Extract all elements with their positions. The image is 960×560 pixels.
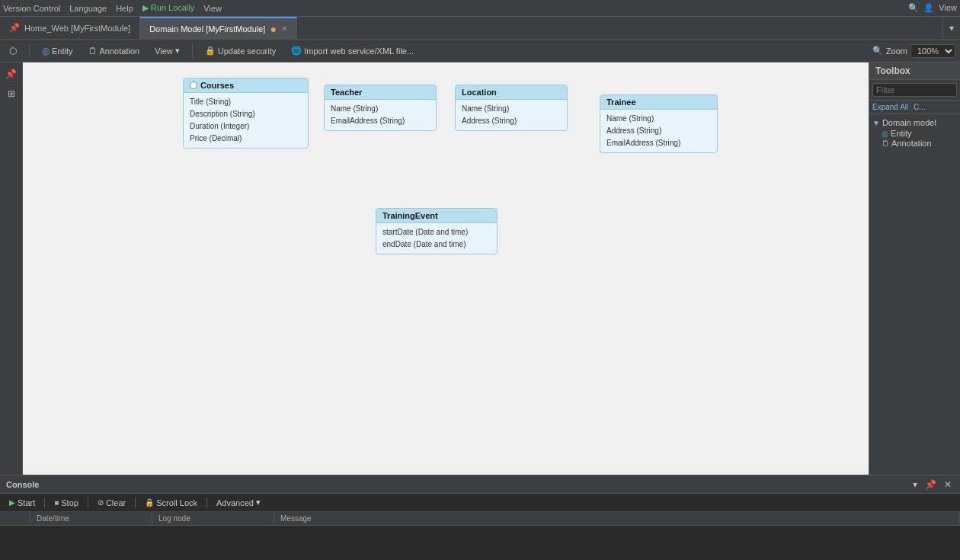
menu-view[interactable]: View: [203, 4, 222, 13]
scroll-lock-button[interactable]: 🔒 Scroll Lock: [142, 498, 200, 508]
annotation-button[interactable]: 🗒 Annotation: [84, 44, 145, 58]
console-pin-button[interactable]: 📌: [923, 478, 939, 491]
console-sep-2: [88, 498, 88, 508]
advanced-arrow-icon: ▾: [256, 498, 261, 507]
entity-courses-field-4: Price (Decimal): [190, 133, 302, 145]
entity-location[interactable]: Location Name (String) Address (String): [455, 85, 568, 131]
select-icon: ⬡: [9, 46, 17, 56]
menu-run-locally[interactable]: ▶ Run Locally: [142, 3, 195, 13]
menu-help[interactable]: Help: [116, 4, 133, 13]
tab-close-button[interactable]: ✕: [281, 24, 287, 33]
annotation-label: Annotation: [100, 46, 140, 56]
toolbar: ⬡ ◎ Entity 🗒 Annotation View ▾ 🔒 Update …: [0, 40, 960, 62]
chevron-down-icon: ▾: [949, 23, 954, 34]
console-table-body: [0, 526, 960, 549]
col-datetime: Date/time: [30, 514, 152, 523]
console-sep-1: [44, 498, 45, 508]
entity-teacher[interactable]: Teacher Name (String) EmailAddress (Stri…: [324, 85, 437, 131]
entity-trainingevent-field-1: startDate (Date and time): [382, 226, 491, 238]
expand-all-button[interactable]: Expand All: [872, 103, 908, 111]
toolbar-sep-1: [29, 44, 30, 58]
menu-username: View: [939, 3, 957, 13]
import-icon: 🌐: [291, 46, 302, 56]
entity-courses-body: Title (String) Description (String) Dura…: [184, 93, 308, 148]
entity-teacher-header: Teacher: [325, 85, 436, 100]
console-sep-3: [135, 498, 136, 508]
tab-bar: 📌 Home_Web [MyFirstModule] Domain Model …: [0, 17, 960, 40]
stop-icon: ■: [54, 498, 59, 507]
entity-trainingevent[interactable]: TrainingEvent startDate (Date and time) …: [376, 208, 498, 254]
start-button[interactable]: ▶ Start: [6, 498, 38, 508]
entity-trainee-field-2: Address (String): [606, 125, 711, 137]
toolbox-panel: Toolbox Expand All | C... ▼ Domain model…: [869, 62, 960, 475]
menu-user-icon[interactable]: 👤: [923, 3, 934, 13]
col-message: Message: [274, 514, 960, 523]
entity-courses-field-1: Title (String): [190, 96, 302, 108]
toolbox-actions: Expand All | C...: [869, 101, 960, 114]
view-button[interactable]: View ▾: [150, 44, 184, 57]
entity-trainee-name: Trainee: [606, 98, 636, 107]
toolbox-title: Toolbox: [869, 62, 960, 80]
tree-item-domain-model[interactable]: ▼ Domain model: [872, 117, 957, 128]
entity-courses-field-3: Duration (Integer): [190, 120, 302, 133]
entity-courses-name: Courses: [200, 81, 234, 90]
tab-home-web[interactable]: 📌 Home_Web [MyFirstModule]: [0, 17, 140, 39]
sidebar-pin-icon[interactable]: 📌: [3, 66, 20, 82]
left-sidebar: 📌 ⊞: [0, 62, 23, 475]
clear-icon: ⊘: [98, 498, 104, 507]
start-icon: ▶: [9, 498, 15, 507]
console-header: Console ▾ 📌 ✕: [0, 475, 960, 494]
entity-button[interactable]: ◎ Entity: [37, 44, 78, 58]
console-sep-4: [206, 498, 207, 508]
entity-trainee-header: Trainee: [600, 95, 717, 110]
entity-courses-header: Courses: [184, 78, 308, 93]
console-toolbar: ▶ Start ■ Stop ⊘ Clear 🔒 Scroll Lock Adv…: [0, 494, 960, 512]
select-tool-button[interactable]: ⬡: [5, 44, 21, 58]
menu-language[interactable]: Language: [69, 4, 107, 13]
canvas-area[interactable]: Courses Title (String) Description (Stri…: [23, 62, 869, 475]
zoom-label: Zoom: [886, 46, 907, 56]
console-minimize-button[interactable]: ▾: [910, 478, 920, 491]
stop-label: Stop: [61, 498, 78, 507]
menu-version-control[interactable]: Version Control: [3, 4, 60, 13]
zoom-select[interactable]: 50% 75% 100% 125% 150% 200%: [910, 44, 955, 58]
advanced-label: Advanced: [216, 498, 254, 507]
tab-dropdown[interactable]: ▾: [942, 17, 960, 39]
entity-trainingevent-header: TrainingEvent: [376, 209, 497, 223]
entity-courses-connector: [190, 82, 197, 89]
clear-button[interactable]: ⊘ Clear: [94, 498, 129, 508]
update-security-label: Update security: [218, 46, 276, 56]
update-security-button[interactable]: 🔒 Update security: [200, 44, 280, 57]
tree-child-entity[interactable]: ◎ Entity: [872, 128, 957, 138]
stop-button[interactable]: ■ Stop: [51, 498, 82, 508]
toolbar-sep-2: [192, 44, 193, 58]
console-title: Console: [6, 480, 910, 489]
tree-annotation-label: Annotation: [891, 139, 932, 148]
console-close-button[interactable]: ✕: [942, 478, 954, 491]
scroll-lock-icon: 🔒: [145, 498, 154, 507]
zoom-icon: 🔍: [872, 46, 883, 56]
tab-domain-model[interactable]: Domain Model [MyFirstModule] ● ✕: [140, 17, 297, 39]
update-security-icon: 🔒: [205, 46, 216, 56]
tree-child-annotation[interactable]: 🗒 Annotation: [872, 138, 957, 148]
tree-collapse-icon: ▼: [872, 119, 880, 127]
sidebar-grid-icon[interactable]: ⊞: [3, 85, 20, 102]
entity-courses[interactable]: Courses Title (String) Description (Stri…: [183, 78, 309, 149]
col-lognode: Log node: [152, 514, 274, 523]
entity-trainee-field-3: EmailAddress (String): [606, 137, 711, 149]
tab-domain-model-label: Domain Model [MyFirstModule]: [149, 24, 265, 34]
entity-trainee[interactable]: Trainee Name (String) Address (String) E…: [600, 94, 718, 153]
import-button[interactable]: 🌐 Import web service/XML file...: [286, 44, 418, 57]
annotation-small-icon: 🗒: [882, 139, 889, 148]
tree-domain-model-label: Domain model: [882, 118, 936, 127]
import-label: Import web service/XML file...: [304, 46, 414, 56]
menu-search-icon[interactable]: 🔍: [908, 3, 919, 13]
menu-bar: Version Control Language Help ▶ Run Loca…: [0, 0, 960, 17]
collapse-button[interactable]: C...: [914, 103, 926, 111]
entity-trainingevent-name: TrainingEvent: [382, 211, 438, 220]
advanced-button[interactable]: Advanced ▾: [213, 497, 264, 508]
toolbox-filter-input[interactable]: [872, 83, 957, 97]
entity-teacher-name: Teacher: [331, 88, 362, 97]
console-panel: Console ▾ 📌 ✕ ▶ Start ■ Stop ⊘ Clear 🔒 S…: [0, 475, 960, 560]
entity-location-name: Location: [462, 88, 497, 97]
